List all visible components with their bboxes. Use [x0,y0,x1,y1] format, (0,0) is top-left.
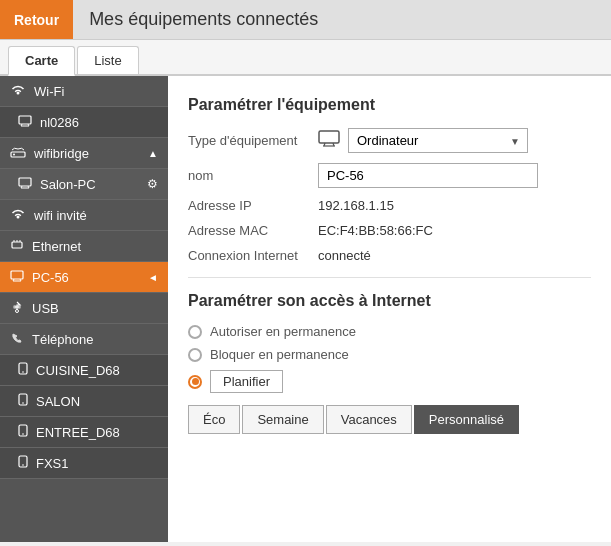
svg-rect-6 [19,178,31,186]
monitor-icon [318,130,340,151]
tab-bar: Carte Liste [0,40,611,76]
mac-label: Adresse MAC [188,223,318,238]
svg-rect-14 [11,271,23,279]
nom-row: nom [188,163,591,188]
sidebar-label-usb: USB [32,301,59,316]
content-panel: Paramétrer l'équipement Type d'équipemen… [168,76,611,542]
computer-icon-pc56 [10,269,24,285]
sidebar-label-salon-pc: Salon-PC [40,177,96,192]
sidebar-item-telephone[interactable]: Téléphone [0,324,168,355]
nom-label: nom [188,168,318,183]
sidebar-label-entree-d68: ENTREE_D68 [36,425,120,440]
page-title: Mes équipements connectés [73,9,318,30]
ip-row: Adresse IP 192.168.1.15 [188,198,591,213]
svg-rect-10 [12,242,22,248]
radio-bloquer-label: Bloquer en permanence [210,347,349,362]
radio-autoriser[interactable] [188,325,202,339]
tab-carte[interactable]: Carte [8,46,75,76]
schedule-btn-group: Éco Semaine Vacances Personnalisé [188,405,591,434]
phone-device-icon-fxs1 [18,455,28,471]
radio-autoriser-row: Autoriser en permanence [188,324,591,339]
svg-rect-30 [319,131,339,143]
phone-icon [10,331,24,347]
sidebar-label-fxs1: FXS1 [36,456,69,471]
arrow-left-icon: ◄ [148,272,158,283]
type-label: Type d'équipement [188,133,318,148]
type-select[interactable]: Ordinateur [348,128,528,153]
sidebar-label-ethernet: Ethernet [32,239,81,254]
sidebar: Wi-Fi nl0286 wifibridge ▲ Salon-PC ⚙ [0,76,168,542]
svg-point-23 [22,371,24,373]
sidebar-item-usb[interactable]: USB [0,293,168,324]
btn-personnalise[interactable]: Personnalisé [414,405,519,434]
section1-title: Paramétrer l'équipement [188,96,591,114]
sidebar-item-wifibridge[interactable]: wifibridge ▲ [0,138,168,169]
btn-eco[interactable]: Éco [188,405,240,434]
radio-bloquer[interactable] [188,348,202,362]
connexion-row: Connexion Internet connecté [188,248,591,263]
svg-point-25 [22,402,24,404]
sidebar-label-telephone: Téléphone [32,332,93,347]
ip-value: 192.168.1.15 [318,198,394,213]
computer-icon-nl [18,114,32,130]
mac-row: Adresse MAC EC:F4:BB:58:66:FC [188,223,591,238]
sidebar-item-pc56[interactable]: PC-56 ◄ [0,262,168,293]
sidebar-label-wifi-invite: wifi invité [34,208,87,223]
sidebar-label-nl0286: nl0286 [40,115,79,130]
back-button[interactable]: Retour [0,0,73,39]
ethernet-icon [10,238,24,254]
phone-device-icon-cuisine [18,362,28,378]
tab-liste[interactable]: Liste [77,46,138,74]
sidebar-label-cuisine-d68: CUISINE_D68 [36,363,120,378]
wifi-invite-icon [10,207,26,223]
section-divider [188,277,591,278]
computer-icon-salon [18,176,32,192]
section2-title: Paramétrer son accès à Internet [188,292,591,310]
radio-planifier-label: Planifier [210,370,283,393]
svg-point-27 [22,433,24,435]
radio-planifier-row: Planifier [188,370,591,393]
btn-vacances[interactable]: Vacances [326,405,412,434]
connexion-value: connecté [318,248,371,263]
sidebar-label-pc56: PC-56 [32,270,69,285]
sidebar-item-cuisine-d68[interactable]: CUISINE_D68 [0,355,168,386]
svg-point-18 [16,310,19,313]
radio-autoriser-label: Autoriser en permanence [210,324,356,339]
type-select-wrapper[interactable]: Ordinateur [348,128,528,153]
phone-device-icon-entree [18,424,28,440]
btn-semaine[interactable]: Semaine [242,405,323,434]
nom-input[interactable] [318,163,538,188]
sidebar-item-salon[interactable]: SALON [0,386,168,417]
sidebar-item-nl0286[interactable]: nl0286 [0,107,168,138]
settings-icon: ⚙ [147,177,158,191]
sidebar-item-wifi[interactable]: Wi-Fi [0,76,168,107]
arrow-up-icon: ▲ [148,148,158,159]
sidebar-item-fxs1[interactable]: FXS1 [0,448,168,479]
sidebar-label-wifibridge: wifibridge [34,146,89,161]
radio-planifier[interactable] [188,375,202,389]
phone-device-icon-salon [18,393,28,409]
wifi-icon [10,83,26,99]
ip-label: Adresse IP [188,198,318,213]
sidebar-item-ethernet[interactable]: Ethernet [0,231,168,262]
sidebar-label-wifi: Wi-Fi [34,84,64,99]
radio-bloquer-row: Bloquer en permanence [188,347,591,362]
usb-icon [10,300,24,316]
type-value-group: Ordinateur [318,128,528,153]
sidebar-item-entree-d68[interactable]: ENTREE_D68 [0,417,168,448]
router-icon [10,145,26,161]
sidebar-item-salon-pc[interactable]: Salon-PC ⚙ [0,169,168,200]
header: Retour Mes équipements connectés [0,0,611,40]
sidebar-label-salon: SALON [36,394,80,409]
connexion-label: Connexion Internet [188,248,318,263]
mac-value: EC:F4:BB:58:66:FC [318,223,433,238]
svg-point-5 [13,154,15,156]
type-row: Type d'équipement Ordinateur [188,128,591,153]
sidebar-item-wifi-invite[interactable]: wifi invité [0,200,168,231]
svg-rect-0 [19,116,31,124]
svg-point-29 [22,464,24,466]
main-layout: Wi-Fi nl0286 wifibridge ▲ Salon-PC ⚙ [0,76,611,542]
